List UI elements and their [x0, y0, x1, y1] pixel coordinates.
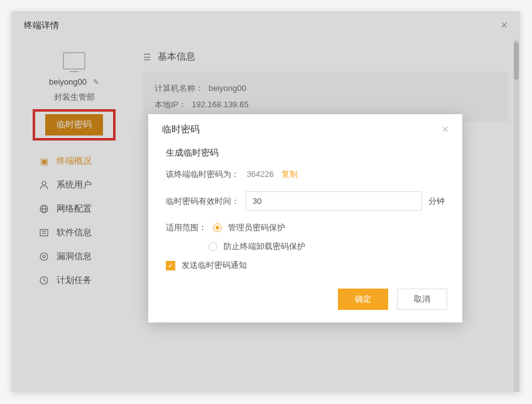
sidebar-item-label: 漏洞信息	[57, 251, 92, 262]
sidebar-item-label: 网络配置	[57, 203, 92, 215]
sidebar-item-label: 软件信息	[57, 227, 92, 238]
info-value: beiyong00	[209, 80, 246, 97]
info-value: 192.168.139.65	[192, 97, 248, 113]
svg-rect-4	[40, 230, 48, 236]
scope-group: 适用范围： 管理员密码保护 防止终端卸载密码保护	[166, 222, 445, 252]
list-icon: ☰	[143, 52, 151, 62]
section-header: ☰ 基本信息	[143, 46, 508, 72]
computer-name-row: beiyong00 ✎	[11, 77, 137, 87]
confirm-button[interactable]: 确定	[338, 289, 388, 310]
svg-point-7	[40, 253, 48, 260]
edit-icon[interactable]: ✎	[93, 78, 99, 87]
computer-name: beiyong00	[49, 77, 87, 87]
scrollbar-thumb[interactable]	[514, 42, 519, 80]
software-icon	[39, 228, 49, 238]
duration-label: 临时密码有效时间：	[166, 196, 239, 207]
sidebar-item-network[interactable]: 网络配置	[39, 197, 137, 221]
scope-row-second: 防止终端卸载密码保护	[209, 241, 445, 252]
sidebar-item-tasks[interactable]: 计划任务	[39, 268, 137, 292]
sidebar-item-overview[interactable]: ▣ 终端概况	[39, 149, 137, 173]
svg-point-8	[43, 255, 45, 258]
close-icon[interactable]: ×	[442, 123, 448, 136]
sidebar-item-users[interactable]: 系统用户	[39, 173, 137, 197]
section-title: 基本信息	[158, 51, 195, 63]
temp-password-button[interactable]: 临时密码	[45, 114, 103, 136]
radio-label: 管理员密码保护	[228, 222, 285, 233]
sidebar-item-label: 计划任务	[57, 275, 92, 286]
radio-uninstall-protect[interactable]	[209, 242, 217, 251]
sidebar: beiyong00 ✎ 封装生管部 临时密码 ▣ 终端概况 系统用户	[11, 40, 137, 393]
info-label: 本地IP：	[155, 97, 187, 113]
highlight-annotation: 临时密码	[33, 109, 116, 141]
radio-label: 防止终端卸载密码保护	[224, 241, 305, 252]
modal-header: 临时密码 ×	[148, 114, 462, 142]
notify-label: 发送临时密码通知	[182, 260, 247, 271]
close-icon[interactable]: ×	[501, 19, 508, 32]
duration-input[interactable]	[246, 191, 422, 211]
modal-subtitle: 生成临时密码	[166, 147, 445, 159]
scope-label: 适用范围：	[166, 222, 207, 233]
scope-row-first: 适用范围： 管理员密码保护	[166, 222, 445, 233]
info-row-ip: 本地IP： 192.168.139.65	[155, 97, 496, 113]
overview-icon: ▣	[39, 156, 49, 166]
scrollbar[interactable]	[514, 40, 519, 393]
sidebar-item-label: 终端概况	[57, 156, 92, 167]
monitor-icon	[63, 52, 85, 70]
copy-link[interactable]: 复制	[281, 169, 298, 179]
duration-row: 临时密码有效时间： 分钟	[166, 191, 445, 211]
notify-checkbox[interactable]: ✓	[166, 261, 175, 270]
radio-admin-protect[interactable]	[213, 223, 222, 232]
sidebar-item-vulnerability[interactable]: 漏洞信息	[39, 245, 137, 268]
password-row: 该终端临时密码为： 364226 复制	[166, 169, 445, 180]
network-icon	[39, 204, 49, 214]
password-label: 该终端临时密码为：	[166, 169, 239, 179]
info-row-computer: 计算机名称： beiyong00	[155, 80, 496, 97]
window-title: 终端详情	[24, 20, 59, 31]
task-icon	[39, 275, 49, 285]
info-label: 计算机名称：	[155, 80, 204, 97]
sidebar-item-software[interactable]: 软件信息	[39, 221, 137, 245]
modal-body: 生成临时密码 该终端临时密码为： 364226 复制 临时密码有效时间： 分钟 …	[148, 142, 462, 281]
temp-password-modal: 临时密码 × 生成临时密码 该终端临时密码为： 364226 复制 临时密码有效…	[148, 114, 462, 322]
password-value: 364226	[247, 169, 274, 179]
duration-unit: 分钟	[428, 196, 445, 207]
sidebar-item-label: 系统用户	[57, 179, 92, 191]
modal-footer: 确定 取消	[148, 281, 462, 322]
nav-list: ▣ 终端概况 系统用户 网络配置	[11, 149, 137, 292]
modal-title: 临时密码	[162, 124, 200, 136]
user-icon	[39, 180, 49, 190]
notify-row: ✓ 发送临时密码通知	[166, 260, 445, 271]
titlebar: 终端详情 ×	[11, 11, 520, 40]
svg-point-0	[42, 181, 46, 185]
cancel-button[interactable]: 取消	[397, 289, 447, 310]
department-name: 封装生管部	[11, 92, 137, 103]
vuln-icon	[39, 252, 49, 262]
